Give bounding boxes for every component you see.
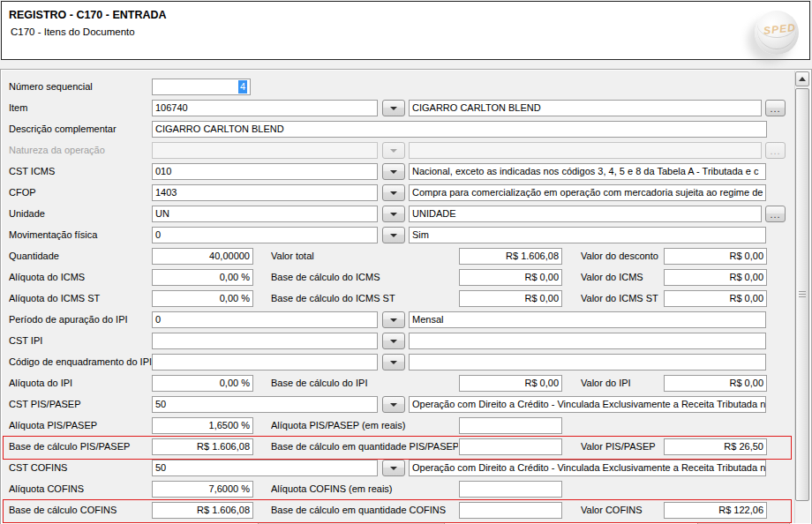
label-valor-do-icms-st: Valor do ICMS ST [581, 290, 663, 307]
label-natureza-da-operacao: Natureza da operação [9, 142, 152, 159]
input-movimentacao-fisica[interactable]: 0 [152, 227, 378, 243]
label-valor-cofins: Valor COFINS [581, 502, 663, 519]
input-cst-ipi[interactable] [152, 333, 378, 349]
dropdown-button-cfop[interactable] [382, 184, 405, 201]
input-base-de-calculo-do-icms-st[interactable]: R$ 0,00 [459, 290, 562, 307]
input-aliquota-do-ipi[interactable]: 0,00 % [152, 375, 253, 392]
input-aliquota-cofins-em-reais[interactable] [459, 481, 562, 498]
label-numero-sequencial: Número sequencial [9, 79, 150, 95]
display-item: CIGARRO CARLTON BLEND [409, 100, 762, 116]
input-aliquota-pis-pasep[interactable]: 1,6500 % [152, 417, 253, 434]
ellipsis-icon: ... [770, 147, 780, 154]
input-base-de-calculo-cofins[interactable]: R$ 1.606,08 [152, 502, 253, 519]
arrow-up-icon [799, 77, 806, 81]
input-aliquota-do-icms-st[interactable]: 0,00 % [152, 290, 253, 307]
label-aliquota-do-icms-st: Alíquota do ICMS ST [9, 290, 150, 307]
dropdown-button-unidade[interactable] [382, 206, 405, 222]
input-base-de-calculo-pis-pasep[interactable]: R$ 1.606,08 [152, 438, 253, 455]
scrollbar-thumb[interactable] [795, 88, 809, 501]
input-descricao-complementar[interactable]: CIGARRO CARLTON BLEND [152, 121, 767, 138]
input-valor-do-desconto[interactable]: R$ 0,00 [664, 248, 767, 265]
display-natureza-da-operacao [409, 142, 762, 159]
window-header: REGISTRO - C170 - ENTRADA C170 - Itens d… [1, 1, 810, 60]
logo-text: SPED [763, 21, 796, 37]
display-cfop: Compra para comercialização em operação … [409, 184, 766, 201]
input-base-de-calculo-em-quantidade-pis-pasep[interactable] [459, 438, 562, 455]
chevron-down-icon [390, 318, 397, 322]
dropdown-button-periodo-de-apuracao-do-ipi[interactable] [382, 311, 405, 328]
dropdown-button-cst-ipi[interactable] [382, 333, 405, 349]
label-aliquota-do-icms: Alíquota do ICMS [9, 269, 150, 286]
input-aliquota-pis-pasep-em-reais[interactable] [459, 417, 562, 434]
input-codigo-de-enquadramento-do-ipi[interactable] [152, 354, 378, 371]
input-base-de-calculo-em-quantidade-cofins[interactable] [459, 502, 562, 519]
label-quantidade: Quantidade [9, 248, 150, 265]
label-movimentacao-fisica: Movimentação física [9, 227, 152, 243]
page-title: REGISTRO - C170 - ENTRADA [9, 9, 167, 21]
label-base-de-calculo-cofins: Base de cálculo COFINS [9, 502, 150, 519]
input-unidade[interactable]: UN [152, 206, 378, 222]
input-valor-total[interactable]: R$ 1.606,08 [459, 248, 562, 265]
input-quantidade[interactable]: 40,00000 [152, 248, 253, 265]
label-item: Item [9, 100, 152, 116]
label-periodo-de-apuracao-do-ipi: Período de apuração do IPI [9, 311, 152, 328]
chevron-down-icon [390, 467, 397, 470]
chevron-down-icon [390, 340, 397, 343]
label-valor-do-ipi: Valor do IPI [581, 375, 663, 392]
label-cst-pis-pasep: CST PIS/PASEP [9, 396, 152, 413]
ellipsis-icon: ... [770, 211, 780, 218]
input-base-de-calculo-do-ipi[interactable]: R$ 0,00 [459, 375, 562, 392]
input-aliquota-cofins[interactable]: 7,6000 % [152, 481, 253, 498]
dropdown-button-item[interactable] [382, 100, 405, 116]
input-cst-icms[interactable]: 010 [152, 163, 378, 180]
input-valor-pis-pasep[interactable]: R$ 26,50 [664, 438, 767, 455]
input-item[interactable]: 106740 [152, 100, 378, 116]
more-button-natureza-da-operacao: ... [765, 142, 786, 159]
label-descricao-complementar: Descrição complementar [9, 121, 150, 138]
display-cst-ipi [409, 333, 766, 349]
dropdown-button-cst-icms[interactable] [382, 163, 405, 180]
input-valor-do-ipi[interactable]: R$ 0,00 [664, 375, 767, 392]
grip-icon [799, 291, 806, 298]
label-cst-icms: CST ICMS [9, 163, 152, 180]
form-panel: Número sequencial4Item106740CIGARRO CARL… [0, 69, 812, 524]
label-cst-ipi: CST IPI [9, 333, 152, 349]
input-periodo-de-apuracao-do-ipi[interactable]: 0 [152, 311, 378, 328]
input-valor-do-icms-st[interactable]: R$ 0,00 [664, 290, 767, 307]
input-base-de-calculo-do-icms[interactable]: R$ 0,00 [459, 269, 562, 286]
sped-logo-icon: SPED [755, 11, 799, 55]
more-button-item[interactable]: ... [765, 100, 786, 116]
dropdown-button-movimentacao-fisica[interactable] [382, 227, 405, 243]
label-aliquota-cofins-em-reais: Alíquota COFINS (em reais) [271, 481, 458, 498]
chevron-down-icon [390, 234, 397, 237]
more-button-unidade[interactable]: ... [765, 206, 786, 222]
chevron-down-icon [390, 149, 397, 153]
input-cfop[interactable]: 1403 [152, 184, 378, 201]
chevron-down-icon [390, 170, 397, 174]
input-valor-cofins[interactable]: R$ 122,06 [664, 502, 767, 519]
scrollbar-up-button[interactable] [795, 71, 809, 86]
input-valor-do-icms[interactable]: R$ 0,00 [664, 269, 767, 286]
chevron-down-icon [390, 107, 397, 110]
dropdown-button-cst-pis-pasep[interactable] [382, 396, 405, 413]
label-aliquota-pis-pasep-em-reais: Alíquota PIS/PASEP (em reais) [271, 417, 458, 434]
label-base-de-calculo-em-quantidade-pis-pasep: Base de cálculo em quantidade PIS/PASEP [271, 438, 458, 455]
input-cst-cofins[interactable]: 50 [152, 460, 378, 476]
display-cst-pis-pasep: Operação com Direito a Crédito - Vincula… [409, 396, 766, 413]
display-cst-cofins: Operação com Direito a Crédito - Vincula… [409, 460, 766, 476]
input-cst-pis-pasep[interactable]: 50 [152, 396, 378, 413]
dropdown-button-codigo-de-enquadramento-do-ipi[interactable] [382, 354, 405, 371]
display-codigo-de-enquadramento-do-ipi [409, 354, 766, 371]
chevron-down-icon [390, 403, 397, 407]
selected-text: 4 [238, 80, 247, 94]
display-cst-icms: Nacional, exceto as indicadas nos código… [409, 163, 766, 180]
label-aliquota-do-ipi: Alíquota do IPI [9, 375, 150, 392]
label-cfop: CFOP [9, 184, 152, 201]
dropdown-button-cst-cofins[interactable] [382, 460, 405, 476]
ellipsis-icon: ... [770, 105, 780, 112]
label-base-de-calculo-do-icms-st: Base de cálculo do ICMS ST [271, 290, 458, 307]
label-aliquota-pis-pasep: Alíquota PIS/PASEP [9, 417, 150, 434]
label-valor-do-icms: Valor do ICMS [581, 269, 663, 286]
input-numero-sequencial[interactable]: 4 [152, 79, 251, 95]
input-aliquota-do-icms[interactable]: 0,00 % [152, 269, 253, 286]
